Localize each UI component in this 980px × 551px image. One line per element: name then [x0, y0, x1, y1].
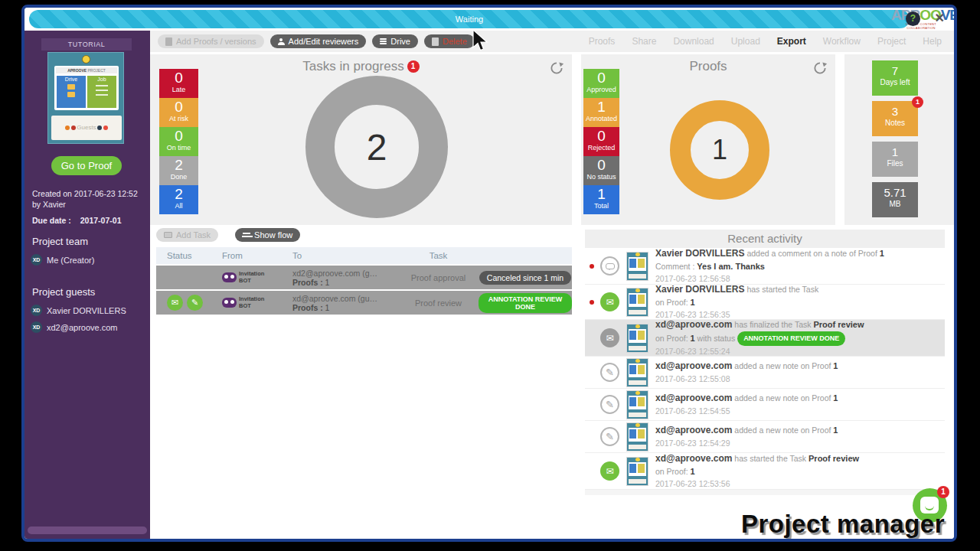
status-badge: ANNOTATION REVIEW DONE: [737, 331, 845, 346]
video-caption: Project manager: [741, 510, 945, 539]
toolbar: Add Proofs / versions Add/Edit reviewers…: [158, 34, 475, 48]
activity-item[interactable]: Xavier DORVILLERS added a comment on a n…: [585, 248, 945, 285]
stat-rejected[interactable]: 0Rejected: [583, 127, 619, 156]
stat-no-status[interactable]: 0No status: [583, 156, 619, 185]
proofs-donut-chart: 1: [670, 100, 769, 200]
team-member[interactable]: XD Me (Creator): [31, 254, 94, 266]
task-controls: Add Task Show flow: [156, 228, 300, 242]
table-row[interactable]: ✉ ✎ InvitationBOT xd@aproove.com (gu… Pr…: [156, 291, 572, 315]
row-to: xd2@aproove.com (g…: [292, 269, 398, 278]
drive-icon: [380, 38, 387, 40]
stat-done[interactable]: 2Done: [159, 156, 198, 185]
activity-item[interactable]: ✎ xd@aproove.com added a new note on Pro…: [585, 357, 945, 389]
menu-item-share[interactable]: Share: [632, 36, 656, 47]
notes-tile[interactable]: 13Notes: [872, 101, 918, 136]
menu-item-help[interactable]: Help: [923, 36, 942, 47]
row-to: xd@aproove.com (gu…: [292, 294, 398, 303]
tasks-panel: Tasks in progress1 0Late 0At risk 0On ti…: [150, 54, 572, 225]
activity-item[interactable]: ✎ xd@aproove.com added a new note on Pro…: [585, 389, 945, 421]
window-status-text: Waiting: [456, 15, 483, 24]
menu-item-download[interactable]: Download: [673, 36, 714, 47]
tasks-panel-title: Tasks in progress1: [150, 59, 572, 74]
add-edit-reviewers-button[interactable]: Add/Edit reviewers: [270, 34, 367, 48]
pencil-icon[interactable]: ✎: [187, 295, 203, 311]
thumb-header-bold: APROOVE: [67, 68, 87, 73]
activity-title: Recent activity: [585, 230, 945, 248]
activity-item[interactable]: ✉ Xavier DORVILLERS has started the Task…: [585, 285, 945, 320]
row-task: Proof review: [398, 298, 479, 308]
menu-item-proofs[interactable]: Proofs: [589, 36, 616, 47]
activity-item[interactable]: ✎ xd@aproove.com added a new note on Pro…: [585, 421, 945, 453]
recent-activity-panel: Recent activity Xavier DORVILLERS added …: [585, 230, 945, 495]
mouse-cursor-icon: [472, 29, 490, 54]
activity-item[interactable]: ✉ xd@aproove.com has started the Task Pr…: [585, 453, 945, 490]
avatar: XD: [31, 305, 42, 316]
stat-all[interactable]: 2All: [159, 185, 198, 214]
task-table: Status From To Task InvitationBOT xd2@ap…: [156, 247, 572, 315]
pencil-icon: ✎: [600, 395, 619, 414]
invitation-bot-icon: [222, 298, 237, 308]
status-badge: ANNOTATION REVIEW DONE: [479, 293, 572, 313]
tasks-donut-value: 2: [367, 126, 387, 168]
refresh-icon[interactable]: [549, 60, 564, 76]
guest-member[interactable]: XD xd2@aproove.com: [31, 321, 118, 333]
close-icon[interactable]: ✕: [935, 11, 945, 25]
guest-member[interactable]: XD Xavier DORVILLERS: [31, 305, 126, 316]
due-date-value: 2017-07-01: [80, 216, 122, 225]
sidebar-scrollbar[interactable]: [28, 527, 147, 534]
add-proofs-button[interactable]: Add Proofs / versions: [158, 34, 264, 48]
stat-total[interactable]: 1Total: [583, 185, 619, 214]
menu-item-project[interactable]: Project: [877, 36, 906, 47]
thumbnail-card: APROOVE PROJECT Drive Job: [54, 66, 119, 110]
thumb-job-box: Job: [87, 76, 116, 108]
proof-thumbnail[interactable]: [626, 324, 648, 353]
proof-thumbnail[interactable]: [626, 390, 648, 419]
status-badge: Canceled since 1 min: [479, 271, 571, 285]
app-window: Waiting APROOVE DIGITAL CONTENT COLLABOR…: [21, 5, 957, 542]
thumb-drive-box: Drive: [57, 76, 86, 108]
col-header-to: To: [292, 251, 398, 260]
show-flow-button[interactable]: Show flow: [235, 228, 300, 242]
proof-thumbnail[interactable]: [626, 358, 648, 387]
go-to-proof-button[interactable]: Go to Proof: [51, 156, 122, 175]
mail-icon[interactable]: ✉: [167, 295, 183, 311]
col-header-task: Task: [398, 251, 479, 260]
document-icon: [432, 37, 439, 46]
menu-item-export[interactable]: Export: [777, 36, 806, 47]
due-date-label: Due date :: [32, 216, 71, 225]
minion-icon: [82, 55, 90, 64]
files-tile[interactable]: 1Files: [872, 142, 918, 177]
col-header-from: From: [222, 251, 292, 260]
unread-dot-icon: [590, 300, 594, 305]
table-row[interactable]: InvitationBOT xd2@aproove.com (g… Proofs…: [156, 266, 572, 289]
add-task-button[interactable]: Add Task: [156, 228, 218, 242]
help-icon[interactable]: ?: [906, 11, 920, 26]
thumb-guests-band: Guests: [51, 116, 122, 140]
drive-button[interactable]: Drive: [372, 34, 418, 48]
avatar: XD: [31, 321, 42, 333]
stat-late[interactable]: 0Late: [159, 69, 198, 98]
stat-at-risk[interactable]: 0At risk: [159, 98, 198, 127]
invitation-bot-icon: [222, 272, 237, 282]
proof-thumbnail[interactable]: [626, 252, 648, 281]
summary-tiles: 7Days left 13Notes 1Files 5.71MB: [844, 54, 954, 225]
proof-thumbnail[interactable]: APROOVE PROJECT Drive Job Guests: [47, 52, 124, 144]
activity-item[interactable]: ✉ xd@aproove.com has finalized the Task …: [585, 320, 945, 357]
proof-thumbnail[interactable]: [626, 288, 648, 317]
days-left-tile[interactable]: 7Days left: [872, 60, 918, 96]
proof-thumbnail[interactable]: [626, 457, 648, 486]
size-tile[interactable]: 5.71MB: [872, 182, 918, 217]
stat-approved[interactable]: 0Approved: [583, 69, 619, 98]
stat-annotated[interactable]: 1Annotated: [583, 98, 619, 127]
menu-item-workflow[interactable]: Workflow: [823, 36, 861, 47]
delete-button[interactable]: Delete: [424, 34, 475, 48]
proof-thumbnail[interactable]: [626, 422, 648, 452]
project-sidebar: TUTORIAL APROOVE PROJECT Drive Job Guest…: [24, 31, 150, 539]
refresh-icon[interactable]: [812, 60, 828, 76]
chat-badge: 1: [937, 486, 949, 498]
menu-item-upload[interactable]: Upload: [731, 36, 760, 47]
proofs-stats: 0Approved 1Annotated 0Rejected 0No statu…: [583, 69, 619, 214]
image-icon: [164, 232, 172, 238]
stat-on-time[interactable]: 0On time: [159, 127, 198, 156]
title-bar: Waiting: [24, 8, 954, 31]
